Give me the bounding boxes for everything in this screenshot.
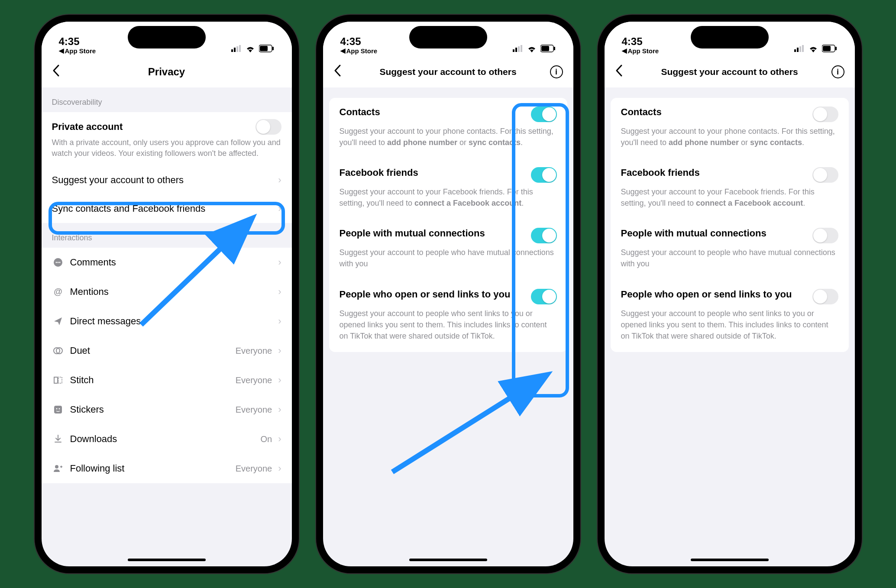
svg-point-18 (58, 408, 60, 410)
following-icon (52, 462, 64, 475)
svg-rect-3 (239, 45, 241, 52)
wifi-icon (245, 45, 256, 55)
contacts-setting: Contacts Suggest your account to your ph… (611, 98, 849, 158)
chevron-right-icon: › (278, 404, 281, 415)
svg-rect-30 (797, 48, 799, 52)
chevron-right-icon: › (278, 375, 281, 386)
info-button[interactable]: i (831, 65, 844, 78)
links-title: People who open or send links to you (340, 289, 511, 300)
page-title: Suggest your account to others (661, 67, 798, 77)
svg-point-17 (56, 408, 57, 410)
section-discoverability: Discoverability (42, 87, 292, 112)
sync-contacts-row[interactable]: Sync contacts and Facebook friends › (42, 194, 292, 223)
sync-contacts-label: Sync contacts and Facebook friends (52, 203, 206, 214)
facebook-toggle[interactable] (812, 167, 838, 183)
mutual-setting: People with mutual connections Suggest y… (329, 219, 567, 280)
phone-1: 4:35 ◀ App Store Privacy Disc (35, 15, 299, 573)
svg-rect-5 (260, 46, 268, 51)
chevron-right-icon: › (278, 316, 281, 327)
nav-bar: Suggest your account to others i (605, 56, 855, 87)
back-button[interactable] (333, 64, 341, 80)
mutual-toggle[interactable] (812, 228, 838, 243)
facebook-setting: Facebook friends Suggest your account to… (329, 158, 567, 219)
duet-row[interactable]: Duet Everyone› (42, 336, 292, 365)
info-button[interactable]: i (550, 65, 563, 78)
dynamic-island (128, 26, 206, 48)
back-button[interactable] (52, 64, 60, 80)
svg-rect-6 (272, 47, 274, 50)
svg-rect-2 (236, 46, 238, 52)
facebook-title: Facebook friends (340, 167, 418, 178)
chevron-right-icon: › (278, 257, 281, 268)
back-button[interactable] (615, 64, 623, 80)
stickers-row[interactable]: Stickers Everyone› (42, 395, 292, 424)
links-toggle[interactable] (812, 289, 838, 304)
chevron-right-icon: › (278, 463, 281, 474)
facebook-desc: Suggest your account to your Facebook fr… (621, 186, 838, 209)
annotation-arrow (384, 359, 566, 481)
status-back-to-app[interactable]: ◀ App Store (622, 47, 659, 55)
contacts-toggle[interactable] (531, 107, 557, 122)
download-icon (52, 433, 64, 445)
downloads-row[interactable]: Downloads On› (42, 424, 292, 454)
mutual-setting: People with mutual connections Suggest y… (611, 219, 849, 280)
chevron-right-icon: › (278, 203, 281, 214)
private-account-row[interactable]: Private account With a private account, … (42, 112, 292, 166)
mutual-title: People with mutual connections (340, 228, 485, 239)
duet-icon (52, 345, 64, 357)
stickers-icon (52, 404, 64, 416)
suggest-account-row[interactable]: Suggest your account to others › (42, 166, 292, 194)
wifi-icon (808, 45, 818, 55)
stitch-icon (52, 374, 64, 386)
status-time: 4:35 (340, 36, 378, 48)
svg-point-10 (59, 262, 60, 263)
direct-messages-row[interactable]: Direct messages › (42, 307, 292, 336)
home-indicator[interactable] (691, 559, 769, 561)
svg-rect-26 (541, 46, 549, 51)
svg-rect-31 (799, 46, 801, 52)
home-indicator[interactable] (409, 559, 487, 561)
svg-rect-32 (802, 45, 804, 52)
contacts-toggle[interactable] (812, 107, 838, 122)
svg-line-28 (392, 377, 544, 472)
mentions-icon: @ (52, 286, 64, 298)
svg-rect-27 (554, 47, 555, 50)
mutual-desc: Suggest your account to people who have … (340, 247, 557, 269)
status-time: 4:35 (59, 36, 96, 48)
nav-bar: Suggest your account to others i (323, 56, 573, 87)
chevron-right-icon: › (278, 433, 281, 445)
private-account-toggle[interactable] (256, 119, 281, 135)
status-back-to-app[interactable]: ◀ App Store (59, 47, 96, 55)
chevron-right-icon: › (278, 345, 281, 356)
mutual-desc: Suggest your account to people who have … (621, 247, 838, 269)
dynamic-island (691, 26, 769, 48)
mutual-toggle[interactable] (531, 228, 557, 243)
links-toggle[interactable] (531, 289, 557, 304)
svg-rect-1 (234, 48, 236, 52)
home-indicator[interactable] (128, 559, 206, 561)
signal-icon (794, 45, 805, 54)
page-title: Privacy (148, 66, 185, 78)
comments-row[interactable]: Comments › (42, 248, 292, 277)
nav-bar: Privacy (42, 56, 292, 87)
chevron-right-icon: › (278, 286, 281, 297)
signal-icon (231, 45, 242, 54)
phone-2: 4:35 ◀ App Store Suggest your account to… (316, 15, 580, 573)
svg-rect-35 (835, 47, 837, 50)
svg-rect-22 (515, 48, 517, 52)
mentions-row[interactable]: @Mentions › (42, 277, 292, 307)
status-back-to-app[interactable]: ◀ App Store (340, 47, 378, 55)
phone-3: 4:35 ◀ App Store Suggest your account to… (598, 15, 862, 573)
links-title: People who open or send links to you (621, 289, 792, 300)
links-desc: Suggest your account to people who sent … (340, 308, 557, 342)
facebook-toggle[interactable] (531, 167, 557, 183)
svg-rect-24 (521, 45, 522, 52)
svg-rect-29 (794, 49, 796, 52)
svg-rect-23 (518, 46, 520, 52)
battery-icon (822, 45, 838, 55)
contacts-title: Contacts (621, 107, 662, 118)
chevron-right-icon: › (278, 174, 281, 186)
following-list-row[interactable]: Following list Everyone› (42, 454, 292, 483)
svg-rect-21 (513, 49, 514, 52)
stitch-row[interactable]: Stitch Everyone› (42, 365, 292, 395)
